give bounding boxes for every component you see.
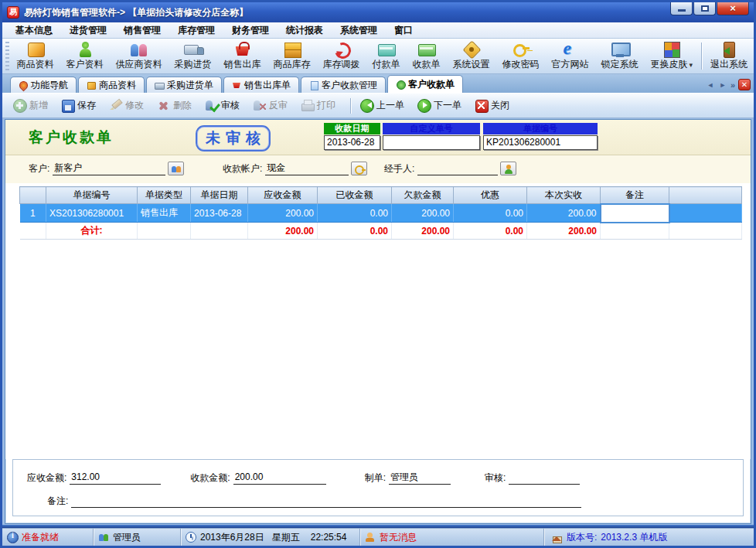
tab-function-nav[interactable]: 功能导航	[10, 77, 77, 93]
toolbar-exit-button[interactable]: 退出系统	[704, 39, 754, 73]
col-doc-number[interactable]: 单据编号	[46, 187, 138, 204]
toolbar-password-button[interactable]: 修改密码	[496, 39, 546, 73]
col-doc-date[interactable]: 单据日期	[191, 187, 248, 204]
main-toolbar: 商品资料 客户资料 供应商资料 采购进货 销售出库 商品库存 库存调拨 付款单 …	[2, 39, 754, 74]
cell-received: 0.00	[318, 204, 392, 223]
toolbar-settings-button[interactable]: 系统设置	[447, 39, 496, 73]
status-time: 22:25:54	[311, 532, 347, 543]
menu-window[interactable]: 窗口	[386, 22, 421, 38]
account-label: 收款帐户:	[223, 162, 262, 175]
tab-bar: 功能导航 商品资料 采购进货单 销售出库单 客户收款管理 客户收款单 ◄ ► »…	[2, 74, 754, 93]
toolbar-customer-button[interactable]: 客户资料	[60, 39, 110, 73]
tab-purchase-order[interactable]: 采购进货单	[146, 77, 222, 93]
maximize-icon	[701, 5, 709, 12]
col-remark[interactable]: 备注	[601, 187, 669, 204]
receivable-total-label: 应收金额:	[27, 471, 66, 485]
truck-icon	[183, 40, 203, 57]
toolbar-website-button[interactable]: 官方网站	[546, 39, 595, 73]
col-discount[interactable]: 优惠	[454, 187, 527, 204]
toolbar-receipt-button[interactable]: 收款单	[407, 39, 447, 73]
maximize-button[interactable]	[693, 2, 716, 15]
col-rownum[interactable]	[20, 187, 46, 204]
previous-record-button[interactable]: 上一单	[360, 99, 404, 112]
delete-button[interactable]: 删除	[157, 99, 192, 112]
menu-basic-info[interactable]: 基本信息	[7, 22, 61, 38]
toolbar-skin-button[interactable]: 更换皮肤▾	[645, 39, 700, 73]
status-ready-text: 准备就绪	[22, 531, 59, 544]
print-button[interactable]: 打印	[301, 99, 335, 112]
version-label: 版本号:	[567, 531, 597, 544]
customer-label: 客户:	[29, 162, 49, 175]
next-icon	[417, 99, 431, 112]
tab-more-icon[interactable]: »	[730, 80, 735, 90]
table-row[interactable]: 1 XS201306280001 销售出库 2013-06-28 200.00 …	[20, 204, 742, 223]
status-date: 2013年6月28日	[200, 531, 264, 544]
col-received[interactable]: 已收金额	[318, 187, 392, 204]
action-toolbar: 新增 保存 修改 删除 审核 反审 打印 上一单 下一单 关闭	[2, 93, 754, 118]
close-form-button[interactable]: 关闭	[475, 99, 509, 112]
toolbar-stock-button[interactable]: 商品库存	[267, 39, 317, 73]
stock-icon	[282, 40, 302, 57]
custom-number-field: 自定义单号	[383, 123, 480, 150]
tab-receipt-mgmt[interactable]: 客户收款管理	[301, 77, 386, 93]
customer-input[interactable]: 新客户	[53, 162, 165, 175]
toolbar-lock-button[interactable]: 锁定系统	[595, 39, 645, 73]
col-receivable[interactable]: 应收金额	[248, 187, 318, 204]
key-icon	[511, 40, 531, 57]
customer-icon	[75, 40, 95, 57]
users-icon	[98, 532, 109, 543]
home-icon	[552, 532, 563, 543]
custom-number-input[interactable]	[383, 135, 480, 150]
maker-value: 管理员	[389, 471, 451, 485]
document-number-input[interactable]: KP201306280001	[483, 135, 598, 150]
modify-button[interactable]: 修改	[109, 99, 144, 112]
save-button[interactable]: 保存	[61, 99, 96, 112]
tab-sales-out-order[interactable]: 销售出库单	[223, 77, 299, 93]
close-button[interactable]: ×	[717, 2, 749, 15]
toolbar-goods-button[interactable]: 商品资料	[11, 39, 60, 73]
toolbar-payment-button[interactable]: 付款单	[366, 39, 407, 73]
handler-picker-button[interactable]	[500, 162, 516, 175]
remark-value[interactable]	[71, 494, 581, 508]
menu-system-mgmt[interactable]: 系统管理	[332, 22, 386, 38]
account-field: 收款帐户: 现金	[223, 162, 367, 175]
remark-edit-cell[interactable]	[601, 204, 669, 223]
toolbar-purchase-button[interactable]: 采购进货	[169, 39, 218, 73]
menu-report[interactable]: 统计报表	[278, 22, 332, 38]
unaudit-button[interactable]: 反审	[253, 99, 288, 112]
tab-scroll-right-icon[interactable]: ►	[718, 81, 727, 89]
handler-input[interactable]	[417, 162, 498, 175]
col-doc-type[interactable]: 单据类型	[138, 187, 191, 204]
menu-sales-mgmt[interactable]: 销售管理	[115, 22, 169, 38]
tab-scroll-left-icon[interactable]: ◄	[706, 81, 715, 89]
status-message-text: 暂无消息	[380, 531, 417, 544]
toolbar-transfer-button[interactable]: 库存调拨	[317, 39, 366, 73]
transfer-arrows-icon	[332, 40, 352, 57]
browser-icon	[560, 40, 581, 57]
next-record-button[interactable]: 下一单	[417, 99, 461, 112]
new-button[interactable]: 新增	[13, 99, 48, 112]
tab-receipt-form[interactable]: 客户收款单	[387, 75, 463, 93]
menu-bar: 基本信息 进货管理 销售管理 库存管理 财务管理 统计报表 系统管理 窗口	[2, 22, 754, 39]
receipt-date-input[interactable]: 2013-06-28	[324, 135, 380, 150]
customer-field: 客户: 新客户	[29, 162, 184, 175]
minimize-button[interactable]	[670, 2, 693, 15]
unaudit-icon	[253, 99, 266, 112]
col-paid-now[interactable]: 本次实收	[527, 187, 601, 204]
skin-palette-icon	[662, 40, 682, 57]
menu-purchase-mgmt[interactable]: 进货管理	[61, 22, 115, 38]
tab-goods[interactable]: 商品资料	[78, 77, 145, 93]
menu-inventory-mgmt[interactable]: 库存管理	[169, 22, 223, 38]
tab-close-button[interactable]: ✕	[738, 79, 751, 90]
toolbar-sales-out-button[interactable]: 销售出库	[218, 39, 267, 73]
toolbar-supplier-button[interactable]: 供应商资料	[110, 39, 169, 73]
receipt-table: 单据编号 单据类型 单据日期 应收金额 已收金额 欠款金额 优惠 本次实收 备注…	[19, 186, 742, 240]
account-input[interactable]: 现金	[265, 162, 349, 175]
account-picker-button[interactable]	[351, 162, 367, 175]
audit-button[interactable]: 审核	[205, 99, 240, 112]
form-header: 客户收款单 未审核 收款日期 2013-06-28 自定义单号 单据编号 KP2…	[5, 120, 751, 155]
col-owed[interactable]: 欠款金额	[392, 187, 454, 204]
document-number-field: 单据编号 KP201306280001	[483, 123, 598, 150]
customer-picker-button[interactable]	[168, 162, 184, 175]
menu-finance-mgmt[interactable]: 财务管理	[223, 22, 278, 38]
